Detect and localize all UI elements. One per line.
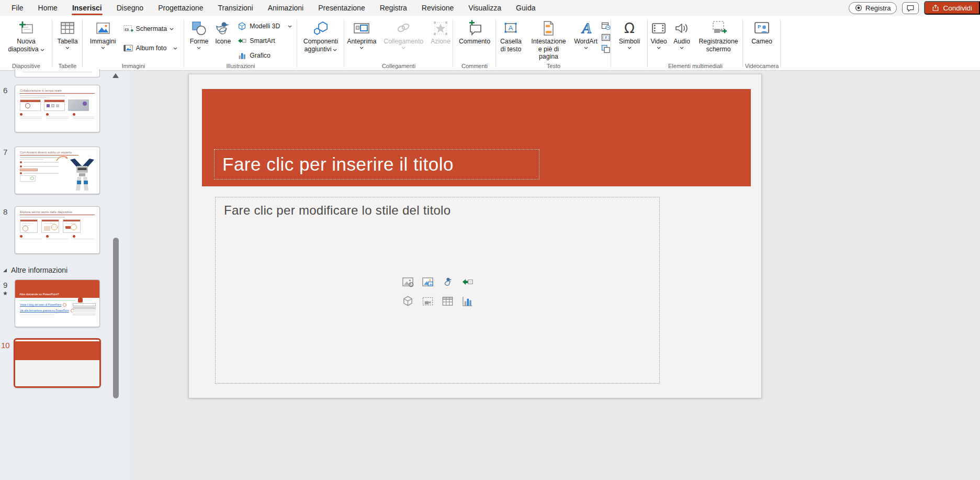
group-label-testo: Testo [496, 63, 611, 69]
slide-number-button[interactable]: # [601, 32, 611, 42]
slide-number: 9 [3, 281, 7, 289]
scrollbar-thumb[interactable] [113, 238, 119, 398]
group-label-collegamenti: Collegamenti [344, 63, 453, 69]
photo-album-button[interactable]: Album foto [121, 42, 180, 54]
insert-3d-model-button[interactable] [401, 294, 414, 308]
3d-models-button[interactable]: Modelli 3D [235, 20, 294, 32]
tab-inserisci[interactable]: Inserisci [65, 0, 109, 16]
add-ins-button[interactable]: Componenti aggiuntivi [297, 18, 344, 53]
action-button[interactable]: Azione [428, 18, 453, 46]
content-placeholder[interactable]: Fare clic per modificare lo stile del ti… [215, 197, 660, 384]
action-star-icon [432, 18, 449, 38]
insert-stock-images-button[interactable] [401, 275, 414, 288]
video-icon [650, 18, 667, 38]
menu-bar: File Home Inserisci Disegno Progettazion… [0, 0, 980, 16]
tab-revisione[interactable]: Revisione [414, 0, 461, 16]
slide-thumbnail-10-selected[interactable] [14, 338, 101, 388]
tab-animazioni[interactable]: Animazioni [261, 0, 311, 16]
tab-disegno[interactable]: Disegno [109, 0, 151, 16]
insert-video-button[interactable] [421, 294, 434, 308]
tab-guida[interactable]: Guida [509, 0, 543, 16]
thumbnail-banner [15, 341, 99, 360]
thumbnail-banner: Altre domande su PowerPoint? [15, 280, 99, 298]
ribbon: Nuova diapositiva Diapositive Tabella Ta… [0, 16, 980, 71]
svg-text:#: # [605, 36, 607, 39]
title-placeholder[interactable]: Fare clic per inserire il titolo [214, 149, 539, 180]
screenshot-button[interactable]: Schermata [121, 23, 176, 35]
slide-banner: Fare clic per inserire il titolo [202, 89, 751, 186]
date-time-button[interactable] [601, 21, 611, 30]
chevron-down-icon [288, 25, 292, 28]
group-componenti-aggiuntivi: Componenti aggiuntivi [297, 16, 344, 70]
chart-button[interactable]: Grafico [235, 50, 273, 61]
group-elementi-multimediali: Video Audio Registrazione schermo Elemen… [648, 16, 743, 70]
icons-button[interactable]: Icone [212, 18, 234, 46]
text-box-button[interactable]: A Casella di testo [496, 18, 526, 53]
new-comment-button[interactable]: Commento [456, 18, 493, 46]
section-header-altre-informazioni[interactable]: Altre informazioni [3, 266, 67, 274]
insert-smartart-button[interactable] [460, 275, 474, 288]
video-button[interactable]: Video [648, 18, 670, 51]
robot-graphic [64, 159, 96, 192]
header-footer-button[interactable]: Intestazione e piè di pagina [526, 18, 571, 61]
slide-number-icon: # [601, 34, 611, 41]
omega-icon: Ω [621, 18, 638, 38]
header-footer-icon [540, 18, 556, 38]
thumbnail-graphics [20, 219, 95, 233]
tab-file[interactable]: File [4, 0, 31, 16]
screen-recording-button[interactable]: Registrazione schermo [694, 18, 743, 53]
screen-recording-icon [709, 18, 727, 38]
slide-thumbnail-6[interactable]: Collaborazione in tempo reale [15, 85, 100, 132]
slide-number: 6 [3, 86, 7, 95]
slide-thumbnail-panel: 6 Collaborazione in tempo reale 7 [0, 71, 130, 480]
slide-thumbnail-9[interactable]: Altre domande su PowerPoint? Visita il b… [15, 280, 100, 327]
slide-thumbnail-7[interactable]: Con Aiutami diventi subito un esperto [15, 147, 100, 194]
insert-icon-button[interactable] [441, 275, 454, 288]
photo-album-icon [123, 43, 133, 53]
slide-thumbnail-5-partial[interactable] [15, 69, 100, 77]
cameo-button[interactable]: P Cameo [749, 18, 775, 46]
tab-home[interactable]: Home [31, 0, 65, 16]
insert-object-button[interactable] [601, 44, 611, 53]
wordart-button[interactable]: A WordArt [571, 18, 600, 51]
pictures-button[interactable]: Immagini [87, 18, 119, 51]
table-button[interactable]: Tabella [55, 18, 81, 51]
workspace: 6 Collaborazione in tempo reale 7 [0, 71, 980, 480]
slide-number: 8 [3, 207, 7, 216]
insert-chart-button[interactable] [460, 294, 474, 308]
tab-transizioni[interactable]: Transizioni [211, 0, 261, 16]
symbols-button[interactable]: Ω Simboli [616, 18, 643, 51]
insert-table-button[interactable] [441, 294, 454, 308]
group-collegamenti: Anteprima Collegamento Azione Collegamen… [344, 16, 453, 70]
zoom-preview-button[interactable]: Anteprima [344, 18, 379, 51]
content-placeholder-icons [401, 275, 474, 308]
group-immagini: Immagini Schermata Album foto Immagini [83, 16, 184, 70]
chevron-down-icon [173, 47, 177, 50]
tab-registra[interactable]: Registra [373, 0, 414, 16]
slide-number: 7 [3, 148, 7, 157]
link-button[interactable]: Collegamento [381, 18, 426, 51]
slide-thumbnail-8[interactable]: Esplora senza uscire dalle diapositive [15, 206, 100, 254]
shapes-icon [190, 18, 207, 38]
new-slide-button[interactable]: Nuova diapositiva [1, 18, 51, 53]
zoom-preview-icon [353, 18, 370, 38]
smartart-button[interactable]: SmartArt [235, 35, 277, 47]
record-button[interactable]: Registra [849, 2, 897, 14]
group-illustrazioni: Forme Icone Modelli 3D SmartArt [184, 16, 297, 70]
tab-visualizza[interactable]: Visualizza [461, 0, 509, 16]
tab-presentazione[interactable]: Presentazione [311, 0, 373, 16]
shapes-button[interactable]: Forme [187, 18, 211, 51]
scrollbar-up-arrow[interactable] [112, 73, 119, 78]
tab-progettazione[interactable]: Progettazione [151, 0, 210, 16]
new-slide-icon [18, 18, 35, 38]
ribbon-spacer [781, 16, 980, 70]
table-icon [59, 18, 76, 38]
insert-pictures-button[interactable] [421, 275, 434, 288]
current-slide: Fare clic per inserire il titolo Fare cl… [188, 74, 762, 398]
comments-button[interactable] [902, 2, 919, 14]
audio-button[interactable]: Audio [671, 18, 693, 51]
thumbnail-graphics [73, 303, 96, 316]
section-collapse-icon [3, 269, 7, 272]
share-button[interactable]: Condividi [924, 1, 980, 15]
group-label-tabelle: Tabelle [52, 63, 83, 69]
